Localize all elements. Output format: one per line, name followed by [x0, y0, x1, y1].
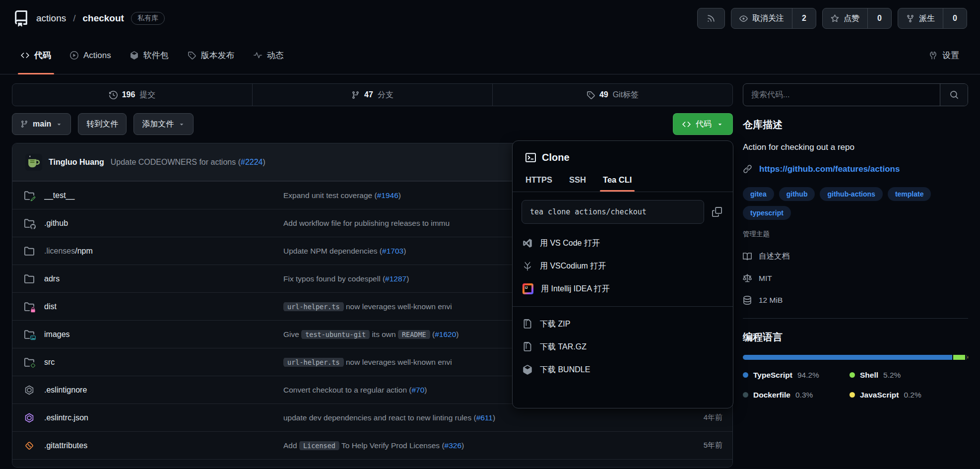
lang-seg-dockerfile — [966, 355, 967, 360]
tab-code[interactable]: 代码 — [13, 37, 59, 74]
gitea-teacup-icon — [26, 155, 41, 170]
copy-button[interactable] — [712, 207, 722, 217]
language-typescript[interactable]: TypeScript 94.2% — [743, 371, 849, 380]
rss-button[interactable] — [697, 8, 725, 29]
tags-stat[interactable]: 49 Git标签 — [492, 84, 732, 106]
topic-github[interactable]: github — [779, 187, 815, 201]
watch-button-group[interactable]: 取消关注 2 — [731, 8, 816, 29]
tab-https[interactable]: HTTPS — [525, 175, 552, 192]
code-chip[interactable]: README — [398, 330, 430, 339]
pr-link[interactable]: #611 — [476, 413, 493, 422]
license-link[interactable]: MIT — [743, 268, 968, 289]
star-count[interactable]: 0 — [867, 8, 891, 28]
file-name-link[interactable]: src — [44, 358, 283, 367]
watch-count[interactable]: 2 — [792, 8, 816, 28]
open-idea-item[interactable]: IJ 用 Intellij IDEA 打开 — [513, 277, 733, 300]
pr-link[interactable]: #1287 — [385, 274, 406, 283]
commit-message[interactable]: Update CODEOWNERS for actions (#2224) — [111, 158, 265, 167]
code-download-button[interactable]: 代码 — [673, 113, 733, 135]
code-chip[interactable]: url-helper.ts — [283, 358, 344, 367]
unwatch-button[interactable]: 取消关注 — [731, 8, 792, 28]
language-dot — [743, 392, 748, 398]
topic-typescript[interactable]: typescript — [743, 206, 791, 220]
folder-test-icon — [24, 191, 34, 201]
file-name-link[interactable]: .eslintignore — [44, 386, 283, 395]
readme-link[interactable]: 自述文档 — [743, 246, 968, 268]
star-button[interactable]: 点赞 — [823, 8, 867, 28]
repo-name-link[interactable]: checkout — [82, 13, 124, 24]
search-button[interactable] — [940, 84, 968, 106]
pr-link[interactable]: #70 — [411, 386, 424, 394]
star-icon — [831, 14, 839, 23]
language-dockerfile[interactable]: Dockerfile 0.3% — [743, 391, 849, 400]
folder-icon — [24, 246, 34, 256]
repo-owner-link[interactable]: actions — [36, 13, 66, 24]
clone-command-input[interactable] — [522, 200, 704, 224]
code-chip[interactable]: Licensed — [299, 441, 339, 450]
language-javascript[interactable]: JavaScript 0.2% — [849, 391, 968, 400]
website-link[interactable]: https://github.com/features/actions — [759, 164, 900, 174]
tab-ssh[interactable]: SSH — [569, 175, 586, 192]
topic-github-actions[interactable]: github-actions — [820, 187, 882, 201]
pr-link[interactable]: #326 — [445, 441, 461, 450]
intellij-idea-icon: IJ — [523, 283, 533, 294]
manage-topics-link[interactable]: 管理主题 — [743, 230, 968, 239]
unwatch-label: 取消关注 — [752, 13, 784, 24]
lang-seg-javascript — [968, 355, 968, 360]
code-chip[interactable]: test-ubuntu-git — [301, 330, 370, 339]
pr-link[interactable]: #1620 — [435, 330, 456, 338]
topic-gitea[interactable]: gitea — [743, 187, 774, 201]
file-name-link[interactable]: .gitattributes — [44, 441, 283, 450]
tags-label: Git标签 — [613, 90, 639, 100]
fork-button-group[interactable]: 派生 0 — [898, 8, 967, 29]
eslint-config-icon — [24, 413, 34, 423]
download-zip-item[interactable]: 下载 ZIP — [513, 313, 733, 335]
tab-packages[interactable]: 软件包 — [122, 37, 177, 74]
avatar[interactable] — [25, 154, 42, 171]
language-shell[interactable]: Shell 5.2% — [849, 371, 968, 380]
add-file-button[interactable]: 添加文件 — [133, 113, 194, 135]
chevron-down-icon — [56, 121, 63, 128]
readme-label: 自述文档 — [759, 251, 789, 262]
commit-author[interactable]: Tingluo Huang — [49, 158, 104, 167]
goto-file-button[interactable]: 转到文件 — [78, 113, 127, 135]
open-vscodium-item[interactable]: 用 VSCodium 打开 — [513, 255, 733, 277]
tab-actions[interactable]: Actions — [62, 37, 119, 74]
file-name-link[interactable]: dist — [44, 302, 283, 311]
download-targz-item[interactable]: 下载 TAR.GZ — [513, 335, 733, 358]
file-name-link[interactable]: images — [44, 330, 283, 339]
tab-releases-label: 版本发布 — [201, 50, 235, 61]
commit-pr-link[interactable]: #2224 — [241, 158, 263, 166]
star-button-group[interactable]: 点赞 0 — [822, 8, 892, 29]
code-chip[interactable]: url-helper.ts — [283, 302, 344, 311]
pr-link[interactable]: #1946 — [377, 191, 398, 200]
branch-selector[interactable]: main — [12, 113, 71, 135]
tab-releases[interactable]: 版本发布 — [180, 37, 243, 74]
pr-link[interactable]: #1703 — [382, 247, 403, 255]
breadcrumb-separator: / — [73, 13, 75, 24]
file-name-link[interactable]: .licenses/npm — [44, 247, 283, 256]
file-name-link[interactable]: __test__ — [44, 191, 283, 200]
description-title: 仓库描述 — [743, 118, 968, 132]
file-toolbar: main 转到文件 添加文件 代码 — [12, 113, 733, 135]
tab-tea-cli[interactable]: Tea CLI — [603, 175, 632, 192]
file-name-link[interactable]: adrs — [44, 274, 283, 283]
tab-settings[interactable]: 设置 — [921, 37, 967, 74]
fork-count[interactable]: 0 — [943, 8, 967, 28]
language-dot — [849, 392, 855, 398]
branches-stat[interactable]: 47 分支 — [252, 84, 492, 106]
commits-stat[interactable]: 196 提交 — [12, 84, 252, 106]
open-vscode-item[interactable]: 用 VS Code 打开 — [513, 232, 733, 255]
language-legend: TypeScript 94.2% Shell 5.2% Dockerfile 0… — [743, 371, 968, 400]
tab-activity[interactable]: 动态 — [246, 37, 292, 74]
topic-template[interactable]: template — [888, 187, 931, 201]
file-commit-message[interactable]: update dev dependencies and react to new… — [283, 413, 673, 422]
repo-size: 12 MiB — [743, 289, 968, 311]
download-bundle-item[interactable]: 下载 BUNDLE — [513, 358, 733, 381]
clone-header: Clone — [513, 141, 733, 166]
file-name-link[interactable]: .eslintrc.json — [44, 413, 283, 422]
fork-button[interactable]: 派生 — [898, 8, 943, 28]
file-name-link[interactable]: .github — [44, 219, 283, 228]
file-commit-message[interactable]: Add Licensed To Help Verify Prod License… — [283, 441, 673, 450]
search-input[interactable] — [743, 84, 940, 106]
